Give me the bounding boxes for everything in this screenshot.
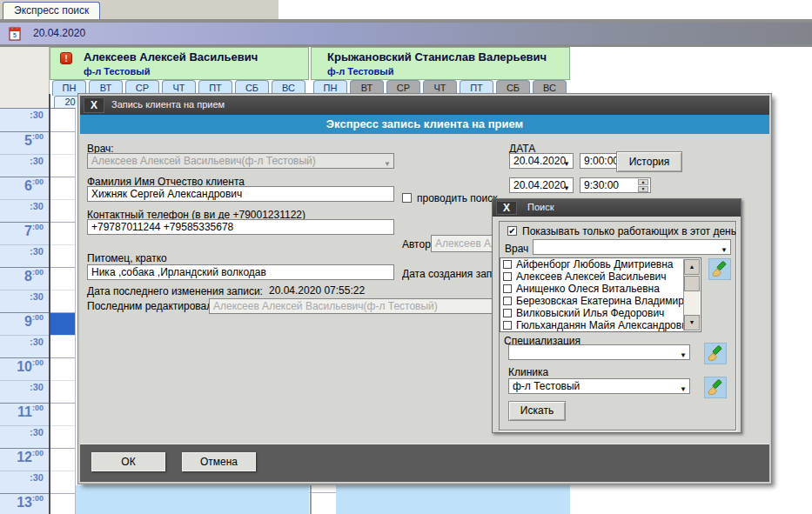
clear-clinic-button[interactable]: [704, 377, 727, 398]
slot-cell[interactable]: [50, 199, 75, 222]
tab-bar: Экспресс поиск: [0, 0, 812, 19]
doctor-combo[interactable]: Алексеев Алексей Васильевич(ф-л Тестовый…: [87, 153, 394, 169]
selected-slot-cell[interactable]: [50, 312, 75, 335]
time-label: :30: [0, 425, 50, 448]
spin-up-icon[interactable]: ▲: [638, 179, 648, 185]
clear-doctors-button[interactable]: [708, 258, 731, 280]
slot-cell[interactable]: [50, 177, 75, 199]
cancel-button[interactable]: Отмена: [182, 452, 256, 471]
search-dialog-titlebar[interactable]: X Поиск: [493, 199, 741, 217]
doctor-list-item[interactable]: Айфенборг Любовь Дмитриевна: [500, 258, 701, 270]
clinic-combo[interactable]: ф-л Тестовый ▼: [508, 378, 690, 394]
modified-date-label: Дата последнего изменения записи:: [87, 285, 263, 297]
doctor-item-checkbox[interactable]: [503, 309, 512, 317]
slot-cell[interactable]: [50, 403, 75, 425]
time-label: 11:00: [0, 403, 50, 425]
slot-cell[interactable]: [50, 222, 75, 244]
close-icon[interactable]: X: [496, 201, 517, 215]
slot-cell[interactable]: [50, 357, 75, 380]
chevron-down-icon[interactable]: ▼: [384, 157, 391, 169]
slot-cell[interactable]: [50, 493, 75, 514]
doctor-item-name: Гюльханданян Майя Александровна: [516, 319, 693, 331]
booking-dialog-title: Запись клиента на прием: [111, 99, 225, 110]
scroll-up-icon[interactable]: ▲: [684, 259, 700, 275]
chevron-down-icon[interactable]: ▼: [563, 157, 570, 169]
slot-cell[interactable]: [50, 425, 75, 448]
scroll-thumb[interactable]: [684, 276, 700, 291]
slot-cell[interactable]: [50, 448, 75, 471]
date-from-combo[interactable]: 20.04.2020 ▼: [509, 153, 574, 169]
doctor-list-item[interactable]: Гюльханданян Майя Александровна: [500, 319, 701, 331]
history-button[interactable]: История: [616, 151, 682, 172]
working-only-checkbox[interactable]: ✔: [507, 226, 517, 236]
doctor-item-checkbox[interactable]: [503, 272, 512, 281]
pet-input[interactable]: Ника ,собака ,Ирландский волкодав: [87, 264, 394, 280]
slot-cell[interactable]: [50, 335, 75, 357]
scroll-down-icon[interactable]: ▼: [684, 315, 700, 330]
time-label: 10:00: [0, 357, 50, 380]
doctor-item-checkbox[interactable]: [503, 284, 512, 293]
slot-cell[interactable]: [50, 244, 75, 267]
doctor-item-checkbox[interactable]: [503, 297, 512, 305]
author-field: Алексеев Але: [431, 235, 494, 252]
chevron-down-icon[interactable]: ▼: [721, 244, 728, 255]
doctor-list-item[interactable]: Анищенко Олеся Витальевна: [500, 283, 701, 295]
time-label: 8:00: [0, 267, 50, 290]
search-dialog: X Поиск ✔ Показывать только работающих в…: [492, 198, 742, 433]
doctor2-name: Крыжановский Станислав Валерьевич: [327, 50, 547, 63]
doctor-item-checkbox[interactable]: [503, 321, 512, 330]
last-editor-label: Последним редактировал:: [87, 300, 216, 312]
close-icon[interactable]: X: [84, 97, 104, 113]
time-label: :30: [0, 471, 50, 493]
time-label: :30: [0, 335, 50, 357]
time-label: :30: [0, 199, 50, 222]
doctor-list[interactable]: Айфенборг Любовь ДмитриевнаАлексеев Алек…: [500, 257, 701, 332]
time-to-spinner[interactable]: 9:30:00 ▲▼: [580, 177, 651, 193]
date-to-combo[interactable]: 20.04.2020 ▼: [509, 177, 574, 193]
client-name-input[interactable]: Хижняк Сергей Александрович: [87, 186, 394, 202]
chevron-down-icon[interactable]: ▼: [680, 349, 687, 360]
doctor-list-item[interactable]: Евдокимов Денис Андреевич: [500, 331, 701, 332]
doctor-item-name: Березовская Екатерина Владимиро: [516, 295, 690, 307]
specialization-combo[interactable]: ▼: [508, 344, 690, 360]
time-label: :30: [0, 380, 50, 403]
time-label: 6:00: [0, 177, 50, 199]
slot-cell[interactable]: [50, 267, 75, 290]
doctor-item-checkbox[interactable]: [503, 260, 512, 269]
alert-icon: !: [60, 52, 72, 64]
slot-cell[interactable]: [50, 154, 75, 177]
time-gutter: :305:00:306:00:307:00:308:00:309:00:3010…: [0, 108, 50, 514]
free-slots-strip-doctor1[interactable]: [76, 485, 309, 514]
doctor1-header[interactable]: ! Алексеев Алексей Васильевич ф-л Тестов…: [50, 47, 309, 80]
slot-cell[interactable]: [50, 290, 75, 312]
phone-input[interactable]: +79787011244 +79585335678: [87, 219, 394, 235]
calendar-icon: 5: [9, 26, 22, 41]
time-label: :30: [0, 244, 50, 267]
perform-search-label: проводить поиск: [417, 192, 497, 204]
clinic-label: Клиника: [508, 366, 548, 378]
list-scrollbar[interactable]: ▲ ▼: [683, 259, 700, 330]
slot-cell[interactable]: [50, 380, 75, 403]
doctor-list-item[interactable]: Алексеев Алексей Васильевич: [500, 270, 701, 283]
doctor-filter-combo[interactable]: ▼: [533, 239, 731, 255]
spin-down-icon[interactable]: ▼: [638, 186, 648, 192]
free-slots-strip-doctor2[interactable]: [336, 485, 570, 514]
doctor-list-item[interactable]: Вилковыский Илья Федорович: [500, 307, 701, 319]
slot-cell[interactable]: [50, 109, 75, 131]
tab-express-search[interactable]: Экспресс поиск: [3, 2, 100, 19]
time-label: 5:00: [0, 131, 50, 154]
doctor2-header[interactable]: Крыжановский Станислав Валерьевич ф-л Те…: [311, 47, 570, 80]
slot-cell[interactable]: [50, 471, 75, 493]
clear-specialization-button[interactable]: [704, 343, 727, 364]
chevron-down-icon[interactable]: ▼: [563, 182, 570, 193]
chevron-down-icon[interactable]: ▼: [680, 383, 687, 394]
booking-dialog-titlebar[interactable]: X Запись клиента на прием: [80, 96, 769, 115]
ok-button[interactable]: ОК: [91, 452, 165, 471]
perform-search-checkbox[interactable]: [402, 193, 412, 203]
app-window: Экспресс поиск 5 20.04.2020 ! Алексеев А…: [0, 0, 812, 514]
slot-cell[interactable]: [50, 131, 75, 154]
doctor-list-item[interactable]: Березовская Екатерина Владимиро: [500, 295, 701, 307]
doctor-item-name: Евдокимов Денис Андреевич: [516, 331, 658, 332]
toolbar-date[interactable]: 20.04.2020: [33, 27, 85, 39]
search-button[interactable]: Искать: [508, 401, 566, 421]
